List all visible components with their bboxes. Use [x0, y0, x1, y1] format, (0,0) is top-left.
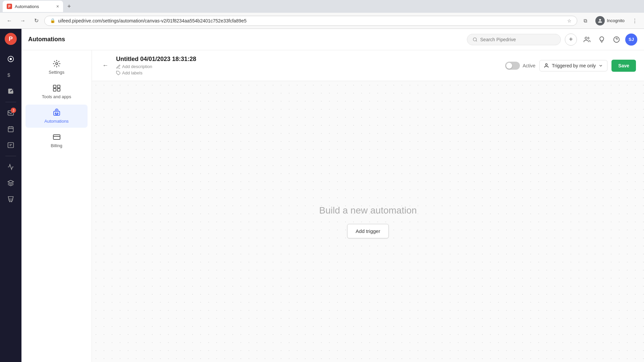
bookmark-icon[interactable]: ☆: [567, 18, 572, 23]
add-trigger-button[interactable]: Add trigger: [347, 224, 388, 238]
content-area: ← Untitled 04/01/2023 18:31:28 Add descr…: [92, 50, 644, 362]
search-bar[interactable]: [467, 34, 561, 45]
svg-point-9: [585, 37, 587, 39]
search-icon: [473, 37, 478, 42]
browser-menu-button[interactable]: ⋮: [629, 15, 640, 26]
bulb-icon-btn[interactable]: [596, 34, 608, 46]
add-button[interactable]: +: [565, 34, 577, 46]
left-nav: P $ 3: [0, 29, 21, 362]
person-icon: [544, 63, 549, 68]
svg-text:$: $: [7, 72, 10, 78]
add-description-button[interactable]: Add description: [116, 64, 500, 69]
triggered-label: Triggered by me only: [552, 63, 596, 68]
nav-icon-calendar[interactable]: [3, 122, 18, 136]
automation-controls: Active Triggered by me only Save: [505, 60, 636, 72]
gear-icon: [53, 60, 61, 68]
address-bar[interactable]: 🔒 uifeed.pipedrive.com/settings/automati…: [44, 16, 577, 26]
incognito-avatar: [595, 16, 605, 25]
automation-header: ← Untitled 04/01/2023 18:31:28 Add descr…: [92, 50, 644, 81]
nav-icon-deals[interactable]: $: [3, 68, 18, 82]
chevron-down-icon: [598, 63, 603, 68]
active-toggle-container: Active: [505, 62, 535, 70]
canvas-title: Build a new automation: [319, 205, 417, 216]
settings-label: Settings: [49, 70, 64, 75]
sidebar-item-tools[interactable]: Tools and apps: [25, 80, 88, 103]
header-title: Automations: [28, 36, 463, 43]
lock-icon: 🔒: [50, 18, 55, 23]
svg-rect-5: [8, 143, 14, 148]
automations-label: Automations: [44, 119, 68, 124]
back-button[interactable]: ←: [100, 60, 111, 71]
mail-badge: 3: [11, 108, 16, 113]
app-header: Automations + SJ: [21, 29, 644, 50]
nav-icon-reports[interactable]: [3, 160, 18, 174]
svg-rect-13: [57, 85, 60, 88]
nav-icon-mail[interactable]: 3: [3, 106, 18, 120]
nav-icon-activity[interactable]: [3, 52, 18, 66]
add-labels-button[interactable]: Add labels: [116, 70, 500, 75]
nav-divider-2: [5, 156, 16, 156]
help-icon-btn[interactable]: [610, 34, 623, 46]
tab-favicon: P: [7, 4, 12, 9]
svg-point-11: [56, 63, 58, 65]
back-nav-button[interactable]: ←: [4, 15, 15, 26]
automation-title-section: Untitled 04/01/2023 18:31:28 Add descrip…: [116, 56, 500, 75]
svg-rect-12: [53, 85, 56, 88]
robot-icon: [53, 109, 61, 117]
settings-sidebar: Settings Tools and apps: [21, 50, 92, 362]
svg-point-7: [11, 201, 12, 202]
extensions-button[interactable]: ⧉: [580, 15, 591, 26]
nav-icon-marketplace[interactable]: [3, 192, 18, 206]
svg-rect-15: [57, 88, 60, 91]
new-tab-button[interactable]: +: [64, 2, 74, 11]
save-button[interactable]: Save: [611, 60, 636, 72]
sidebar-item-billing[interactable]: Billing: [25, 129, 88, 152]
forward-nav-button[interactable]: →: [17, 15, 28, 26]
svg-rect-14: [53, 88, 56, 91]
active-label: Active: [523, 63, 535, 68]
url-text: uifeed.pipedrive.com/settings/automation…: [58, 18, 565, 23]
billing-label: Billing: [51, 143, 62, 148]
tools-icon: [53, 84, 61, 92]
browser-tab-bar: P Automations × +: [0, 0, 644, 13]
billing-icon: [53, 133, 61, 141]
nav-icon-contacts[interactable]: [3, 138, 18, 153]
svg-point-18: [57, 113, 58, 114]
triggered-dropdown[interactable]: Triggered by me only: [539, 60, 607, 71]
svg-point-6: [10, 201, 10, 202]
app-container: P $ 3: [0, 29, 644, 362]
svg-point-17: [55, 113, 56, 114]
reload-button[interactable]: ↻: [31, 15, 42, 26]
automation-title[interactable]: Untitled 04/01/2023 18:31:28: [116, 56, 500, 63]
tab-title: Automations: [15, 4, 54, 9]
tools-label: Tools and apps: [42, 94, 71, 99]
nav-divider-1: [5, 102, 16, 102]
add-description-label: Add description: [122, 64, 152, 69]
main-content: Automations + SJ: [21, 29, 644, 362]
close-tab-button[interactable]: ×: [56, 4, 59, 9]
nav-right-buttons: ⧉ Incognito ⋮: [580, 15, 640, 27]
nav-icon-tasks[interactable]: [3, 84, 18, 99]
browser-tab[interactable]: P Automations ×: [3, 1, 63, 12]
svg-rect-4: [8, 127, 13, 132]
nav-icon-products[interactable]: [3, 176, 18, 190]
app-logo[interactable]: P: [5, 33, 17, 45]
browser-nav-bar: ← → ↻ 🔒 uifeed.pipedrive.com/settings/au…: [0, 13, 644, 29]
incognito-label: Incognito: [607, 18, 625, 23]
svg-point-1: [10, 58, 12, 60]
search-input[interactable]: [480, 37, 555, 42]
svg-point-20: [546, 64, 547, 65]
svg-rect-19: [53, 135, 60, 139]
svg-point-8: [473, 38, 477, 41]
contacts-icon-btn[interactable]: [581, 34, 593, 46]
sidebar-item-automations[interactable]: Automations: [25, 105, 88, 128]
header-right-buttons: SJ: [581, 34, 637, 46]
add-labels-label: Add labels: [122, 70, 143, 75]
incognito-button[interactable]: Incognito: [592, 15, 628, 27]
automation-canvas: Build a new automation Add trigger: [92, 81, 644, 362]
user-avatar[interactable]: SJ: [625, 34, 637, 46]
active-toggle[interactable]: [505, 62, 520, 70]
sidebar-item-settings[interactable]: Settings: [25, 56, 88, 79]
